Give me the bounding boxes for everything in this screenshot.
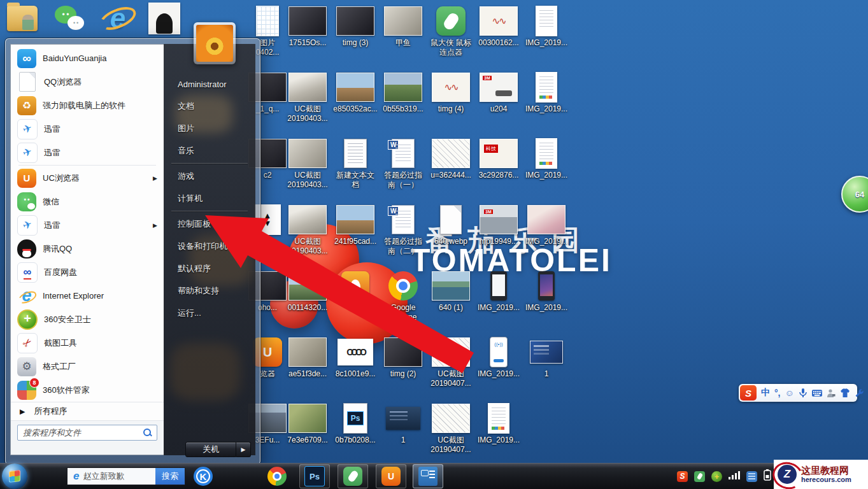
- battery-icon[interactable]: [764, 469, 771, 483]
- shutdown-options-arrow[interactable]: ▶: [236, 442, 251, 457]
- network-signal-icon[interactable]: [729, 471, 740, 482]
- desktop-icon[interactable]: 640 (1): [427, 270, 474, 313]
- user-name[interactable]: Administrator: [164, 77, 255, 92]
- taskbar-app-mouse-clicker[interactable]: [338, 464, 368, 488]
- shutdown-button[interactable]: 关机: [185, 442, 236, 457]
- desktop-icon[interactable]: ae51f3de...: [284, 336, 331, 379]
- ie-shortcut[interactable]: [94, 3, 141, 34]
- start-button[interactable]: [2, 464, 27, 489]
- desktop-icon[interactable]: IMG_2019...: [475, 402, 522, 445]
- desktop-icon[interactable]: IMG_2019...: [523, 5, 570, 48]
- desktop-icon[interactable]: IMG_2019...: [523, 270, 570, 313]
- desktop-icon[interactable]: 1: [380, 402, 427, 445]
- start-menu-link-帮助和支持[interactable]: 帮助和支持: [164, 280, 255, 302]
- desktop-icon[interactable]: timg (3): [332, 5, 379, 48]
- handwriting-icon[interactable]: [827, 387, 836, 399]
- desktop-icon[interactable]: 答题必过指 南（二）: [380, 204, 427, 256]
- desktop-icon[interactable]: 答题必过指 南（一）: [380, 138, 427, 190]
- desktop-icon[interactable]: UC截图 20190403...: [284, 204, 331, 256]
- portrait-image[interactable]: [141, 3, 188, 34]
- start-menu-link-文档[interactable]: 文档: [164, 95, 255, 117]
- desktop-icon[interactable]: e850352ac...: [332, 71, 379, 114]
- performance-ball[interactable]: 64: [841, 176, 868, 213]
- sogou-logo-icon[interactable]: S: [740, 385, 757, 400]
- start-menu-item[interactable]: 360软件管家: [12, 378, 162, 402]
- desktop-icon[interactable]: Google Chrome: [380, 270, 427, 322]
- voice-input-icon[interactable]: [799, 387, 808, 399]
- 360-plus-tray-icon[interactable]: [711, 471, 722, 482]
- chrome-icon[interactable]: [267, 467, 287, 486]
- keyboard-icon[interactable]: [812, 387, 822, 399]
- start-menu-link-设备和打印机[interactable]: 设备和打印机: [164, 235, 255, 257]
- taskbar-app-display-settings[interactable]: [413, 464, 443, 488]
- sogou-tray-icon[interactable]: S: [677, 471, 688, 482]
- desktop-icon[interactable]: u204: [475, 71, 522, 114]
- netease-music-icon[interactable]: [231, 467, 250, 486]
- desktop-icon[interactable]: UC截图 20190407...: [427, 402, 474, 455]
- start-menu-item[interactable]: 截图工具: [12, 331, 162, 355]
- desktop-icon[interactable]: timg (2): [380, 336, 427, 379]
- desktop-icon[interactable]: 1: [523, 336, 570, 379]
- desktop-icon[interactable]: UC截图 20190407...: [427, 336, 474, 388]
- wechat-shortcut[interactable]: [46, 3, 94, 34]
- desktop-icon[interactable]: IMG_2019...: [475, 336, 522, 379]
- user-folder[interactable]: [0, 3, 46, 34]
- start-menu-item[interactable]: Internet Explorer: [12, 284, 162, 308]
- chinese-mode-icon[interactable]: 中: [761, 387, 770, 399]
- desktop-icon[interactable]: 鼠大侠 鼠标 连点器: [427, 5, 474, 57]
- taskbar-app-uc-browser[interactable]: [376, 464, 406, 488]
- desktop-icon[interactable]: IMG_2019...: [523, 138, 570, 180]
- desktop-icon[interactable]: IMG_2019...: [523, 71, 570, 114]
- desktop-icon[interactable]: 7e3e6709...: [284, 402, 331, 445]
- user-avatar[interactable]: [194, 22, 236, 64]
- start-menu-link-运行...[interactable]: 运行...: [164, 302, 255, 324]
- desktop-icon[interactable]: 00114320...: [284, 270, 331, 313]
- start-menu-link-默认程序[interactable]: 默认程序: [164, 257, 255, 280]
- start-menu-item[interactable]: 迅雷▶: [12, 213, 162, 237]
- desktop-icon[interactable]: UC截图 20190403...: [284, 138, 331, 190]
- start-menu-item[interactable]: 格式工厂: [12, 355, 162, 378]
- settings-wrench-icon[interactable]: [855, 387, 864, 399]
- start-menu-link-音乐[interactable]: 音乐: [164, 139, 255, 162]
- desktop-icon[interactable]: 新建文本文 档: [332, 138, 379, 190]
- start-menu-item[interactable]: 百度网盘: [12, 260, 162, 284]
- desktop-icon[interactable]: 8c1001e9...: [332, 336, 379, 379]
- start-menu-link-控制面板[interactable]: 控制面板: [164, 213, 255, 235]
- punctuation-icon[interactable]: °,: [774, 387, 781, 399]
- desktop-icon[interactable]: IMG_2019...: [475, 270, 522, 313]
- skin-icon[interactable]: [840, 387, 850, 399]
- desktop-icon[interactable]: timg (4): [427, 71, 474, 114]
- desktop-icon[interactable]: 0b7b0208...: [332, 402, 379, 445]
- desktop-icon[interactable]: UC截图 20190403...: [284, 71, 331, 124]
- desktop-icon[interactable]: 甲鱼: [380, 5, 427, 48]
- desktop-icon[interactable]: u=362444...: [427, 138, 474, 180]
- desktop-icon[interactable]: 17515Os...: [284, 5, 331, 48]
- taskbar-search-button[interactable]: 搜索: [155, 468, 185, 485]
- start-menu-item[interactable]: BaiduYunGuanjia: [12, 46, 162, 70]
- desktop-icon[interactable]: 00300162...: [475, 5, 522, 48]
- desktop-icon[interactable]: 640.webp: [427, 204, 474, 246]
- start-menu-link-游戏[interactable]: 游戏: [164, 165, 255, 187]
- desktop-icon[interactable]: 241f95cad...: [332, 204, 379, 246]
- start-menu-item[interactable]: 强力卸载电脑上的软件: [12, 94, 162, 117]
- taskbar-search-widget[interactable]: e赵立新致歉搜索: [67, 467, 185, 485]
- start-menu-item[interactable]: 360安全卫士: [12, 308, 162, 331]
- start-menu-link-图片[interactable]: 图片: [164, 117, 255, 139]
- app-blue-tray-icon[interactable]: [746, 471, 757, 482]
- kugou-icon[interactable]: [194, 467, 213, 486]
- emoji-icon[interactable]: ☺: [785, 387, 794, 399]
- start-menu-link-计算机[interactable]: 计算机: [164, 187, 255, 209]
- desktop-icon[interactable]: mp19949...: [475, 204, 522, 246]
- desktop-icon[interactable]: 3c292876...: [475, 138, 522, 180]
- desktop-icon[interactable]: h...: [332, 270, 379, 313]
- start-menu-item[interactable]: UC浏览器▶: [12, 166, 162, 190]
- search-icon[interactable]: [143, 429, 152, 437]
- 360-safety-icon[interactable]: [39, 467, 58, 486]
- all-programs-item[interactable]: ▶ 所有程序: [11, 402, 164, 420]
- mouse-clicker-tray-icon[interactable]: [694, 471, 705, 482]
- taskbar-app-photoshop[interactable]: [299, 464, 330, 488]
- desktop-icon[interactable]: IMG_2019...: [523, 204, 570, 246]
- start-menu-item[interactable]: QQ浏览器: [12, 70, 162, 94]
- start-menu-item[interactable]: 迅雷: [12, 141, 162, 164]
- start-menu-item[interactable]: 微信: [12, 190, 162, 213]
